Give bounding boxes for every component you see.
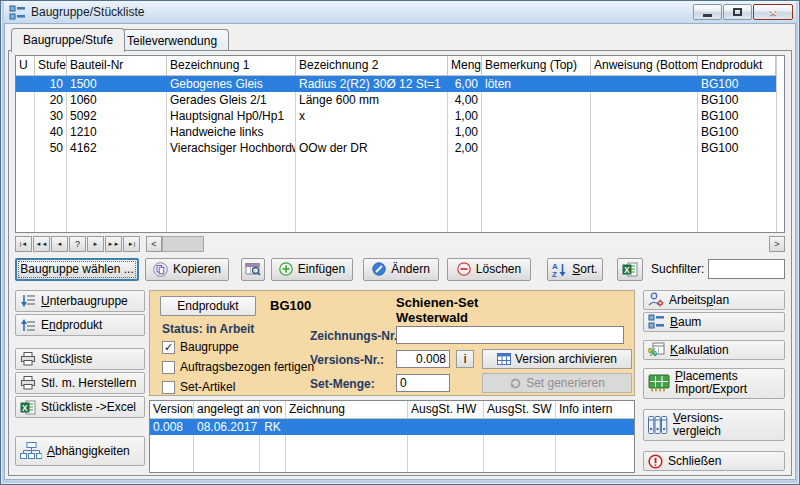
tab-teileverwendung[interactable]: Teileverwendung	[115, 29, 229, 51]
col-header-menge[interactable]: Menge	[448, 56, 482, 75]
choose-assembly-button[interactable]: Baugruppe wählen ...	[15, 258, 139, 281]
baum-button[interactable]: Baum	[643, 312, 785, 332]
searchfilter-input[interactable]	[708, 259, 785, 279]
stl-m-herstellern-button[interactable]: Stl. m. Herstellern	[15, 372, 145, 394]
vcell-version: 0.008	[150, 419, 194, 435]
nav-prev-button[interactable]: ◄	[51, 236, 68, 252]
cell-bezeichnung1: Vierachsiger Hochbordwagen	[167, 140, 296, 156]
excel-icon: X	[622, 262, 638, 277]
table-search-button[interactable]	[241, 258, 265, 281]
baugruppe-checkbox[interactable]: ✓ Baugruppe	[162, 340, 239, 354]
versions-table: Version angelegt am von Zeichnung AusgSt…	[149, 400, 635, 473]
delete-button[interactable]: Löschen	[447, 258, 531, 281]
scroll-right-button[interactable]: >	[769, 236, 785, 252]
cell-bezeichnung2: x	[296, 108, 448, 124]
insert-label: Einfügen	[298, 262, 345, 276]
window-title: Baugruppe/Stückliste	[31, 5, 692, 19]
stueckliste-excel-button[interactable]: X Stückliste ->Excel	[15, 396, 145, 418]
vcol-angelegt-am[interactable]: angelegt am	[194, 401, 260, 418]
cell-u	[16, 124, 35, 140]
nav-first-button[interactable]: |◄	[15, 236, 32, 252]
col-header-bemerkung[interactable]: Bemerkung (Top)	[482, 56, 591, 75]
scroll-track[interactable]	[204, 236, 769, 252]
vcol-info-intern[interactable]: Info intern	[556, 401, 634, 418]
change-button[interactable]: Ändern	[363, 258, 439, 281]
copy-button[interactable]: Kopieren	[145, 258, 229, 281]
calculator-percent-icon: %	[648, 342, 665, 357]
checkbox-unchecked-icon[interactable]	[162, 361, 175, 374]
excel-export-button[interactable]: X	[617, 258, 643, 281]
endprodukt-detail-button[interactable]: Endprodukt	[160, 296, 256, 316]
cell-bezeichnung1: Handweiche links	[167, 124, 296, 140]
minimize-icon	[703, 14, 712, 17]
cell-bezeichnung2: OOw der DR	[296, 140, 448, 156]
endproduct-code: BG100	[270, 298, 311, 313]
versionsvergleich-label: Versions- vergleich	[673, 412, 723, 438]
col-header-u[interactable]: U	[16, 56, 35, 75]
table-row[interactable]: 50 4162 Vierachsiger Hochbordwagen OOw d…	[16, 140, 776, 156]
minimize-button[interactable]	[693, 4, 722, 20]
kalkulation-label: Kalkulation	[670, 343, 729, 357]
zeichnungs-nr-input[interactable]	[396, 326, 624, 344]
searchfilter-label: Suchfilter:	[651, 262, 704, 276]
set-menge-input[interactable]	[396, 374, 450, 392]
close-button[interactable]: ✕	[753, 4, 793, 20]
table-row[interactable]: 30 5092 Hauptsignal Hp0/Hp1 x 1,00 BG100	[16, 108, 776, 124]
placements-button[interactable]: Placements Import/Export	[643, 368, 785, 399]
vcol-zeichnung[interactable]: Zeichnung	[286, 401, 408, 418]
vcol-ausgst-sw[interactable]: AusgSt. SW	[484, 401, 556, 418]
nav-help-button[interactable]: ?	[69, 236, 86, 252]
versions-nr-input[interactable]	[396, 350, 450, 368]
vcol-version[interactable]: Version	[150, 401, 194, 418]
col-header-stufe[interactable]: Stufe	[35, 56, 67, 75]
col-header-bezeichnung2[interactable]: Bezeichnung 2	[296, 56, 448, 75]
endprodukt-nav-button[interactable]: Endprodukt	[15, 314, 145, 336]
versions-empty-area	[150, 435, 634, 472]
nav-fast-next-button[interactable]: ►►	[105, 236, 122, 252]
sort-button[interactable]: A Z Sort.	[547, 258, 603, 281]
checkbox-unchecked-icon[interactable]	[162, 381, 175, 394]
detail-area: Endprodukt BG100 Schienen-Set Westerwald…	[149, 290, 635, 473]
abhaengigkeiten-button[interactable]: Abhängigkeiten	[15, 436, 145, 466]
maximize-button[interactable]	[723, 4, 752, 20]
scroll-thumb[interactable]	[162, 236, 204, 252]
col-header-endprodukt[interactable]: Endprodukt	[698, 56, 776, 75]
arbeitsplan-button[interactable]: Arbeitsplan	[643, 290, 785, 310]
version-row[interactable]: 0.008 08.06.2017 RK	[150, 419, 634, 435]
cell-menge: 2,00	[448, 140, 482, 156]
col-header-anweisung[interactable]: Anweisung (Bottom)	[591, 56, 698, 75]
checkbox-checked-icon[interactable]: ✓	[162, 341, 175, 354]
vertical-scrollbar[interactable]	[776, 56, 784, 232]
version-archivieren-button[interactable]: Version archivieren	[482, 349, 632, 369]
table-row[interactable]: 40 1210 Handweiche links 1,00 BG100	[16, 124, 776, 140]
table-row[interactable]: 20 1060 Gerades Gleis 2/1 Länge 600 mm 4…	[16, 92, 776, 108]
cell-anweisung	[591, 92, 698, 108]
schliessen-button[interactable]: Schließen	[643, 451, 785, 471]
minus-icon	[457, 262, 471, 276]
stueckliste-button[interactable]: Stückliste	[15, 348, 145, 370]
scroll-left-button[interactable]: <	[146, 236, 162, 252]
col-header-bezeichnung1[interactable]: Bezeichnung 1	[167, 56, 296, 75]
auftragsbezogen-checkbox[interactable]: Auftragsbezogen fertigen	[162, 360, 314, 374]
tab-baugruppe-stufe[interactable]: Baugruppe/Stufe	[11, 28, 125, 52]
kalkulation-button[interactable]: % Kalkulation	[643, 340, 785, 360]
vcol-ausgst-hw[interactable]: AusgSt. HW	[408, 401, 484, 418]
nav-fast-prev-button[interactable]: ◄◄	[33, 236, 50, 252]
copy-label: Kopieren	[173, 262, 221, 276]
vcell-angelegt-am: 08.06.2017	[194, 419, 260, 435]
set-generieren-button: Set generieren	[482, 373, 632, 393]
abhaengigkeiten-label: Abhängigkeiten	[47, 444, 130, 458]
table-row[interactable]: 10 1500 Gebogenes Gleis Radius 2(R2) 30Ø…	[16, 76, 776, 92]
version-info-button[interactable]: i	[456, 350, 474, 368]
versionsvergleich-button[interactable]: Versions- vergleich	[643, 409, 785, 442]
unterbaugruppe-button[interactable]: Unterbaugruppe	[15, 290, 145, 312]
insert-button[interactable]: Einfügen	[271, 258, 353, 281]
horizontal-scrollbar[interactable]: < >	[146, 236, 785, 252]
cell-bauteil-nr: 1060	[67, 92, 167, 108]
nav-next-button[interactable]: ►	[87, 236, 104, 252]
col-header-bauteil-nr[interactable]: Bauteil-Nr	[67, 56, 167, 75]
vcol-von[interactable]: von	[260, 401, 286, 418]
nav-last-button[interactable]: ►|	[123, 236, 140, 252]
record-navigator: |◄ ◄◄ ◄ ? ► ►► ►| < >	[15, 236, 785, 252]
set-artikel-checkbox[interactable]: Set-Artikel	[162, 380, 235, 394]
